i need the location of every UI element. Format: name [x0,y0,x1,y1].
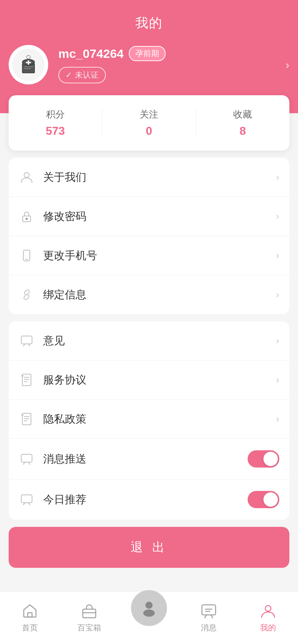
svg-rect-25 [21,495,32,503]
username-row: mc_074264 孕前期 [58,46,289,61]
menu-item-recommend[interactable]: 今日推荐 [9,479,289,520]
svg-point-7 [27,55,30,59]
menu-label-bind: 绑定信息 [43,288,276,302]
nav-label-home: 首页 [22,622,38,633]
svg-rect-4 [26,62,31,63]
nav-label-mine: 我的 [260,622,276,633]
svg-point-34 [265,606,271,611]
menu-group-1: 关于我们 › 修改密码 › 更改手机号 › 绑定信息 › [9,158,289,314]
nav-label-toolbox: 百宝箱 [77,622,101,633]
svg-point-29 [145,602,153,609]
recommend-toggle-knob [263,492,278,507]
svg-rect-31 [202,605,216,615]
menu-group-2: 意见 › 服务协议 › 隐私政策 › 消息推送 今日推荐 [9,321,289,520]
privacy-chevron-icon: › [276,413,279,425]
svg-point-8 [24,172,29,178]
verify-icon: ✓ [66,70,72,80]
menu-item-about[interactable]: 关于我们 › [9,158,289,197]
bottom-nav: 首页 百宝箱 [0,591,298,644]
svg-point-30 [143,610,155,617]
about-chevron-icon: › [276,171,279,183]
nav-item-toolbox[interactable]: 百宝箱 [60,602,119,633]
profile-row[interactable]: mc_074264 孕前期 ✓ 未认证 › [9,45,289,84]
nav-item-center[interactable] [119,590,179,626]
lock-icon [19,208,35,224]
svg-rect-27 [83,609,96,618]
stat-points-value: 573 [46,124,65,138]
menu-label-phone: 更改手机号 [43,248,276,263]
center-circle[interactable] [131,590,167,626]
toolbox-icon [80,602,99,620]
feedback-icon [19,333,35,349]
home-icon [21,602,39,620]
profile-chevron-icon[interactable]: › [285,58,289,72]
nav-item-home[interactable]: 首页 [0,602,60,633]
person-icon [19,169,35,185]
link-icon [19,287,35,303]
page-title: 我的 [135,14,163,32]
stat-favorites-value: 8 [239,124,246,138]
menu-item-feedback[interactable]: 意见 › [9,321,289,360]
verify-text: 未认证 [75,70,99,80]
menu-label-recommend: 今日推荐 [43,492,248,507]
nav-item-messages[interactable]: 消息 [179,602,239,633]
menu-item-password[interactable]: 修改密码 › [9,197,289,236]
pregnancy-tag: 孕前期 [129,46,166,61]
svg-rect-24 [21,454,32,462]
avatar[interactable] [9,45,48,84]
nav-item-mine[interactable]: 我的 [238,602,298,633]
phone-icon [19,248,35,263]
messages-icon [199,602,218,620]
stat-follows-label: 关注 [140,108,158,121]
phone-chevron-icon: › [276,250,279,261]
feedback-chevron-icon: › [276,335,279,346]
service-chevron-icon: › [276,374,279,386]
svg-point-10 [26,218,27,220]
verify-badge[interactable]: ✓ 未认证 [58,67,106,83]
menu-label-push: 消息推送 [43,452,248,466]
stat-points-label: 积分 [46,108,65,121]
service-doc-icon [19,372,35,388]
stat-points[interactable]: 积分 573 [9,108,102,138]
avatar-image [12,49,45,81]
bind-chevron-icon: › [276,289,279,300]
username: mc_074264 [58,47,124,61]
stat-favorites-label: 收藏 [233,108,252,121]
menu-item-bind[interactable]: 绑定信息 › [9,275,289,314]
svg-rect-5 [24,66,33,67]
password-chevron-icon: › [276,211,279,222]
recommend-icon [19,492,35,507]
svg-rect-13 [21,336,32,344]
nav-label-messages: 消息 [201,622,217,633]
privacy-doc-icon [19,411,35,427]
menu-label-feedback: 意见 [43,334,276,348]
menu-label-privacy: 隐私政策 [43,412,276,427]
svg-rect-6 [24,68,31,69]
mine-icon [259,602,277,620]
stats-card: 积分 573 关注 0 收藏 8 [9,95,289,151]
menu-label-service: 服务协议 [43,373,276,387]
stat-favorites[interactable]: 收藏 8 [196,108,289,138]
push-icon [19,451,35,467]
push-toggle[interactable] [248,450,279,468]
menu-item-service[interactable]: 服务协议 › [9,360,289,399]
menu-item-privacy[interactable]: 隐私政策 › [9,399,289,438]
stat-follows[interactable]: 关注 0 [102,108,195,138]
recommend-toggle[interactable] [248,491,279,508]
menu-label-about: 关于我们 [43,170,276,185]
profile-info: mc_074264 孕前期 ✓ 未认证 [58,46,289,83]
push-toggle-knob [263,452,278,466]
logout-button[interactable]: 退 出 [9,527,289,568]
menu-item-push[interactable]: 消息推送 [9,438,289,479]
stat-follows-value: 0 [146,124,152,138]
menu-label-password: 修改密码 [43,209,276,224]
menu-item-phone[interactable]: 更改手机号 › [9,236,289,275]
svg-rect-26 [28,613,32,617]
